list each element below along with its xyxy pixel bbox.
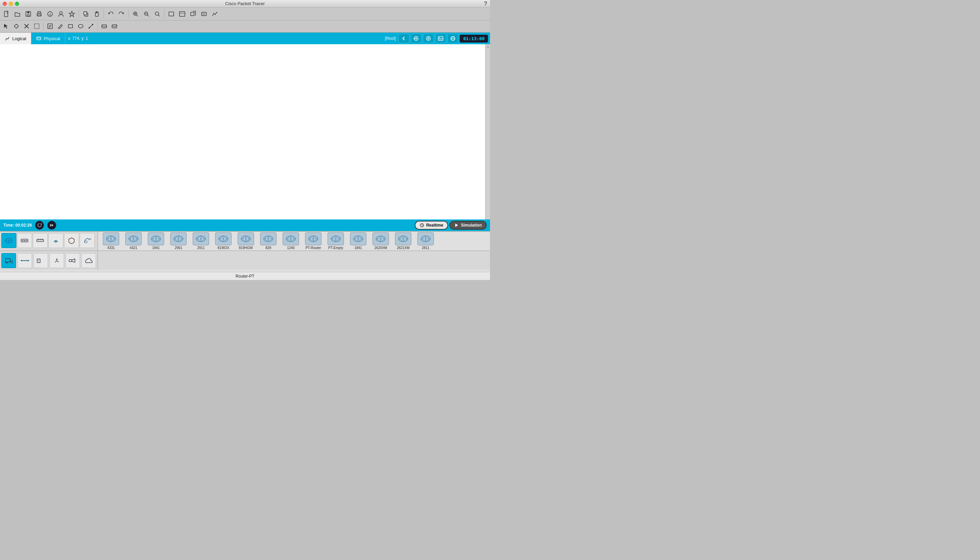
user-button[interactable] [56,9,66,19]
print-button[interactable] [34,9,44,19]
category-hubs[interactable] [33,233,48,248]
info-button[interactable]: i [45,9,55,19]
help-button[interactable]: ? [484,1,487,7]
svg-point-92 [133,238,134,240]
viewport-button[interactable] [166,9,176,19]
close-button[interactable] [3,2,7,6]
graph-button[interactable] [210,9,220,19]
device-icon-2811 [418,232,434,245]
category-wireless[interactable] [48,233,64,248]
device-item-PT-Empty[interactable]: PT-Empty [326,232,346,250]
select-tool[interactable] [2,22,11,31]
paste-button[interactable] [92,9,102,19]
viewport-move-button[interactable] [423,34,434,43]
device-item-2901[interactable]: 2901 [168,232,189,250]
device-icon-1941 [148,232,164,245]
svg-line-49 [89,25,93,28]
svg-point-106 [178,238,179,240]
subcat-wireless[interactable] [49,253,64,268]
device-label-1841: 1841 [355,246,362,250]
canvas-area[interactable] [0,44,485,220]
category-switches[interactable] [17,233,32,248]
back-nav-button[interactable] [398,34,409,43]
tab-logical[interactable]: Logical [0,33,31,44]
device-item-2620XM[interactable]: 2620XM [370,232,391,250]
device-item-819IOX[interactable]: 819IOX [213,232,234,250]
logical-icon [5,36,10,41]
svg-rect-27 [191,12,194,16]
minimize-button[interactable] [9,2,13,6]
reset-sim-button[interactable] [35,221,44,230]
device-item-2811[interactable]: 2811 [415,232,436,250]
device-item-829[interactable]: 829 [258,232,279,250]
svg-rect-53 [37,37,41,40]
device-label-829: 829 [266,246,271,250]
device-item-1841[interactable]: 1841 [348,232,368,250]
zoom-out-button[interactable] [152,9,162,19]
device-icon-PT-Empty [328,232,344,245]
infobar: Router-PT [0,272,490,280]
subcat-cloud[interactable] [81,253,96,268]
note-tool[interactable] [45,22,55,31]
device-item-1240[interactable]: 1240 [281,232,301,250]
new-cluster-button[interactable] [411,34,421,43]
globe-button[interactable] [447,34,458,43]
new-button[interactable] [2,9,12,19]
maximize-button[interactable] [15,2,19,6]
root-label: [Root] [385,36,396,41]
simulation-button[interactable]: Simulation [450,221,487,230]
complex-pdu-tool[interactable] [110,22,119,31]
category-security[interactable] [64,233,79,248]
device-item-2621XM[interactable]: 2621XM [393,232,413,250]
svg-point-148 [313,238,314,240]
subcat-misc[interactable] [33,253,48,268]
device-item-4331[interactable]: 4331 [101,232,121,250]
device-item-1941[interactable]: 1941 [146,232,166,250]
realtime-button[interactable]: Realtime [415,221,448,230]
inspect-button[interactable] [177,9,187,19]
line-tool[interactable] [86,22,96,31]
draw-toolbar-separator [43,22,43,30]
zoom-in-button[interactable] [130,9,140,19]
copy-button[interactable] [81,9,91,19]
svg-line-23 [158,15,160,16]
ellipse-tool[interactable] [76,22,85,31]
svg-point-169 [380,238,382,240]
open-button[interactable] [12,9,22,19]
svg-point-59 [426,37,430,40]
activity-wizard-button[interactable] [67,9,77,19]
category-routers[interactable] [2,233,16,248]
device-label-PT-Empty: PT-Empty [328,246,343,250]
pen-tool[interactable] [55,22,65,31]
device-icon-1240 [283,232,299,245]
svg-rect-60 [438,37,443,40]
svg-line-16 [137,15,138,16]
category-wan[interactable] [80,233,95,248]
router-svg [352,234,365,243]
subcat-connections[interactable] [17,253,32,268]
rectangle-tool[interactable] [66,22,75,31]
back-button[interactable] [188,9,198,19]
svg-rect-51 [112,25,117,28]
device-item-2911[interactable]: 2911 [191,232,211,250]
background-button[interactable] [435,34,446,43]
fast-forward-button[interactable] [47,221,56,230]
device-label-2811: 2811 [422,246,430,250]
subcat-security-cam[interactable] [65,253,80,268]
tab-physical[interactable]: Physical [31,33,65,44]
device-item-PT-Router[interactable]: PT-Router [303,232,323,250]
move-layout-tool[interactable] [12,22,21,31]
zoom-reset-button[interactable] [141,9,152,19]
pdu-tool[interactable] [99,22,109,31]
save-button[interactable] [23,9,33,19]
device-item-819HGW[interactable]: 819HGW [236,232,256,250]
device-item-4321[interactable]: 4321 [123,232,144,250]
text-button[interactable] [199,9,209,19]
device-second-row [0,251,490,270]
redo-button[interactable] [117,9,127,19]
select-area-tool[interactable] [32,22,42,31]
delete-tool[interactable] [22,22,31,31]
undo-button[interactable] [105,9,116,19]
subcat-end-devices[interactable] [2,253,16,268]
right-scrollbar[interactable] [485,44,490,220]
